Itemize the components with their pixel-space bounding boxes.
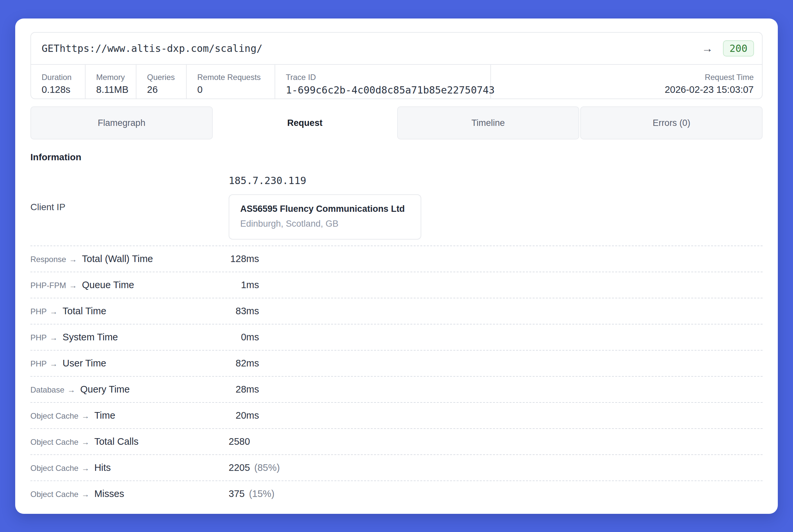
status-code-badge: 200: [723, 40, 754, 57]
metric-number: 20ms: [229, 410, 259, 421]
metric-value: 2580: [229, 436, 250, 447]
metric-prefix: Object Cache: [31, 437, 78, 447]
metric-row: Object Cache→Hits2205(85%): [31, 454, 762, 480]
metric-value: 375(15%): [229, 488, 275, 499]
arrow-right-icon: →: [81, 437, 89, 447]
tab-timeline[interactable]: Timeline: [397, 107, 580, 139]
stat-label: Request Time: [665, 73, 754, 82]
stat-remote-requests: Remote Requests0: [187, 65, 275, 98]
metric-row: Object Cache→Misses375(15%): [31, 480, 762, 507]
metric-row: PHP→System Time0ms: [31, 324, 762, 350]
request-stats-row: Duration0.128sMemory8.11MBQueries26Remot…: [31, 64, 762, 98]
metric-row: PHP→User Time82ms: [31, 350, 762, 376]
stat-label: Remote Requests: [197, 73, 275, 82]
metric-row: Response→Total (Wall) Time128ms: [31, 246, 762, 272]
stat-value: 0.128s: [42, 84, 85, 95]
arrow-right-icon: →: [67, 385, 75, 395]
client-ip-address: 185.7.230.119: [229, 174, 421, 187]
request-method: GET: [42, 43, 59, 54]
metric-row: Object Cache→Total Calls2580: [31, 428, 762, 454]
metric-number: 2580: [229, 436, 250, 447]
metric-prefix: Response: [31, 255, 66, 264]
arrow-right-icon: →: [81, 412, 89, 421]
metric-label: Query Time: [80, 384, 130, 395]
metric-name: Object Cache→Hits: [31, 462, 229, 473]
metric-label: Total Calls: [94, 436, 138, 447]
metric-name: PHP→Total Time: [31, 306, 229, 317]
metric-label: Time: [94, 410, 115, 421]
metric-prefix: PHP: [31, 333, 46, 342]
metrics-list: Response→Total (Wall) Time128msPHP-FPM→Q…: [31, 246, 762, 507]
arrow-right-icon: →: [69, 281, 77, 290]
arrow-right-icon: →: [50, 333, 58, 342]
stat-duration: Duration0.128s: [31, 65, 85, 98]
arrow-right-icon: →: [81, 463, 89, 473]
stat-trace-id: Trace ID1-699c6c2b-4c00d8c85a71b85e22750…: [275, 65, 491, 98]
stat-value: 0: [197, 84, 275, 95]
metric-row: PHP→Total Time83ms: [31, 298, 762, 324]
metric-prefix: Database: [31, 385, 64, 395]
arrow-right-icon: →: [50, 359, 58, 368]
stat-memory: Memory8.11MB: [85, 65, 136, 98]
metric-label: User Time: [62, 358, 106, 369]
stat-label: Queries: [147, 73, 186, 82]
metric-percent: (15%): [249, 488, 274, 499]
metric-value: 20ms: [229, 410, 259, 421]
metric-label: Hits: [94, 462, 111, 473]
metric-row: Object Cache→Time20ms: [31, 402, 762, 428]
metric-value: 2205(85%): [229, 462, 280, 473]
metric-label: Queue Time: [82, 280, 134, 290]
metric-prefix: PHP: [31, 307, 46, 316]
metric-label: Misses: [94, 488, 124, 499]
metric-value: 82ms: [229, 358, 259, 369]
metric-value: 1ms: [229, 280, 259, 290]
tab-request[interactable]: Request: [214, 107, 396, 139]
metric-name: Object Cache→Misses: [31, 488, 229, 499]
client-ip-value: 185.7.230.119 AS56595 Fluency Communicat…: [229, 174, 421, 240]
stat-label: Trace ID: [286, 73, 490, 82]
metric-name: PHP→System Time: [31, 332, 229, 343]
request-url: https://www.altis-dxp.com/scaling/: [59, 43, 262, 54]
metric-value: 0ms: [229, 332, 259, 343]
arrow-right-icon: →: [81, 490, 89, 499]
stat-value: 1-699c6c2b-4c00d8c85a71b85e22750743: [286, 84, 490, 96]
stat-value: 8.11MB: [96, 84, 136, 95]
metric-number: 83ms: [229, 306, 259, 317]
metric-name: PHP→User Time: [31, 358, 229, 369]
stat-value: 2026-02-23 15:03:07: [665, 84, 754, 95]
metric-name: Response→Total (Wall) Time: [31, 253, 229, 264]
request-summary-box: GET https://www.altis-dxp.com/scaling/ →…: [31, 32, 762, 99]
metric-value: 83ms: [229, 306, 259, 317]
metric-label: System Time: [62, 332, 118, 343]
metric-name: Database→Query Time: [31, 384, 229, 395]
spacer: [491, 65, 665, 98]
stat-label: Duration: [42, 73, 85, 82]
metric-number: 0ms: [229, 332, 259, 343]
metric-number: 28ms: [229, 384, 259, 395]
metric-name: Object Cache→Total Calls: [31, 436, 229, 447]
tab-flamegraph[interactable]: Flamegraph: [31, 107, 213, 139]
arrow-right-icon: →: [702, 42, 713, 55]
metric-number: 1ms: [229, 280, 259, 290]
tab-errors-0[interactable]: Errors (0): [580, 107, 762, 139]
client-ip-label: Client IP: [31, 202, 229, 212]
metric-prefix: Object Cache: [31, 490, 78, 499]
metric-number: 128ms: [229, 253, 259, 264]
stat-label: Memory: [96, 73, 136, 82]
stat-request-time: Request Time 2026-02-23 15:03:07: [665, 65, 762, 98]
stat-value: 26: [147, 84, 186, 95]
request-url-row: GET https://www.altis-dxp.com/scaling/ →…: [31, 33, 762, 64]
metric-row: PHP-FPM→Queue Time1ms: [31, 272, 762, 298]
asn-location: Edinburgh, Scotland, GB: [240, 219, 411, 229]
client-ip-row: Client IP 185.7.230.119 AS56595 Fluency …: [31, 174, 762, 240]
metric-number: 2205: [229, 462, 250, 473]
metric-number: 375: [229, 488, 245, 499]
arrow-right-icon: →: [50, 307, 58, 316]
metric-value: 28ms: [229, 384, 259, 395]
metric-label: Total Time: [62, 306, 106, 317]
metric-prefix: PHP: [31, 359, 46, 368]
section-title: Information: [31, 152, 762, 163]
asn-name: AS56595 Fluency Communications Ltd: [240, 204, 411, 214]
metric-name: PHP-FPM→Queue Time: [31, 280, 229, 290]
metric-prefix: PHP-FPM: [31, 281, 66, 290]
